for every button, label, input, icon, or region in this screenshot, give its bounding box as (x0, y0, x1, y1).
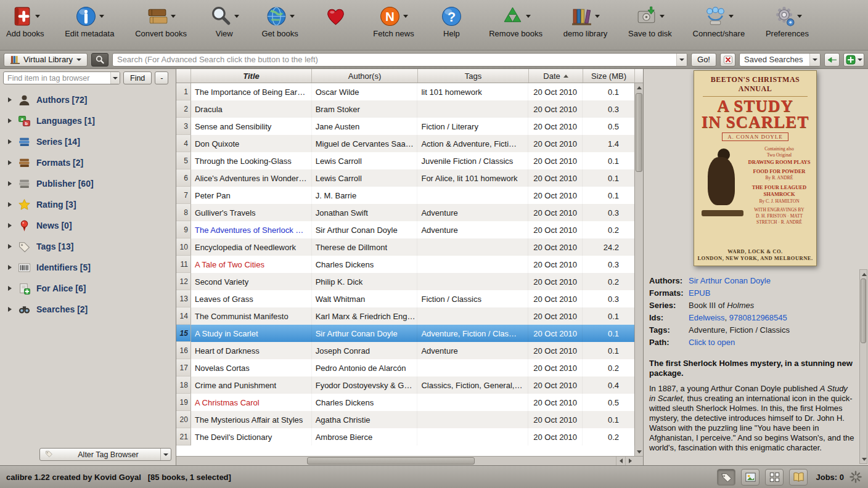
cell-authors[interactable]: Charles Dickens (312, 256, 418, 273)
sidebar-item-for-alice[interactable]: For Alice [6] (0, 278, 176, 299)
scrollbar-thumb[interactable] (636, 93, 642, 172)
header-tags[interactable]: Tags (418, 69, 529, 83)
cell-title[interactable]: A Study in Scarlet (191, 325, 312, 342)
expander-icon[interactable] (8, 223, 12, 228)
dropdown-arrow-icon[interactable] (403, 15, 408, 18)
cell-tags[interactable] (417, 256, 528, 273)
cell-tags[interactable]: Adventure, Fiction / Clas… (417, 325, 528, 342)
cell-tags[interactable] (417, 273, 528, 290)
cell-authors[interactable]: J. M. Barrie (312, 187, 418, 204)
dropdown-arrow-icon[interactable] (290, 15, 295, 18)
cell-tags[interactable]: Action & Adventure, Ficti… (417, 135, 528, 152)
cell-tags[interactable]: Adventure (417, 342, 528, 359)
table-row[interactable]: 14 The Communist Manifesto Karl Marx & F… (176, 307, 634, 325)
dropdown-arrow-icon[interactable] (797, 15, 802, 18)
toggle-book-details-button[interactable] (789, 469, 808, 486)
cell-date[interactable]: 20 Oct 2010 (528, 238, 583, 256)
expander-icon[interactable] (8, 97, 12, 102)
cell-authors[interactable]: Lewis Carroll (312, 152, 418, 169)
view-button[interactable]: View (208, 3, 241, 38)
cell-authors[interactable]: Ambrose Bierce (312, 428, 418, 445)
search-input[interactable] (113, 55, 676, 64)
sidebar-item-news[interactable]: News [0] (0, 215, 176, 236)
scroll-right-arrow-icon[interactable] (625, 457, 634, 465)
header-authors[interactable]: Author(s) (312, 69, 418, 83)
details-link[interactable]: Click to open (689, 338, 735, 347)
cell-title[interactable]: Sense and Sensibility (191, 118, 312, 135)
header-size[interactable]: Size (MB) (583, 69, 635, 83)
cell-date[interactable]: 20 Oct 2010 (528, 83, 583, 100)
cell-date[interactable]: 20 Oct 2010 (528, 411, 583, 428)
cell-date[interactable]: 20 Oct 2010 (528, 187, 583, 204)
jobs-label[interactable]: Jobs: 0 (816, 473, 844, 482)
cell-size[interactable]: 0.1 (583, 307, 634, 325)
cell-title[interactable]: Peter Pan (191, 187, 312, 204)
cell-size[interactable]: 0.1 (583, 169, 634, 187)
cell-size[interactable]: 0.2 (583, 273, 634, 290)
sidebar-item-publisher[interactable]: Publisher [60] (0, 173, 176, 194)
cell-size[interactable]: 0.1 (583, 411, 634, 428)
table-row[interactable]: 7 Peter Pan J. M. Barrie 20 Oct 2010 0.1 (176, 187, 634, 204)
jobs-spinner-icon[interactable] (850, 471, 862, 483)
scrollbar-thumb[interactable] (861, 279, 866, 343)
cell-title[interactable]: Don Quixote (191, 135, 312, 152)
cell-date[interactable]: 20 Oct 2010 (528, 100, 583, 118)
cell-tags[interactable] (417, 100, 528, 118)
cell-title[interactable]: The Adventures of Sherlock … (191, 221, 312, 238)
cell-authors[interactable]: Joseph Conrad (312, 342, 418, 359)
cell-tags[interactable] (417, 428, 528, 445)
book-list-horizontal-scrollbar[interactable] (176, 456, 643, 465)
cell-title[interactable]: Through the Looking-Glass (191, 152, 312, 169)
cell-date[interactable]: 20 Oct 2010 (528, 169, 583, 187)
sidebar-item-tags[interactable]: Tags [13] (0, 236, 176, 257)
cell-size[interactable]: 0.2 (583, 221, 634, 238)
cell-tags[interactable] (417, 359, 528, 376)
sidebar-item-identifiers[interactable]: Identifiers [5] (0, 257, 176, 278)
cell-size[interactable]: 1.4 (583, 135, 634, 152)
connect-share-button[interactable]: Connect/share (693, 3, 745, 38)
sidebar-item-series[interactable]: Series [14] (0, 131, 176, 152)
book-list-vertical-scrollbar[interactable] (634, 83, 643, 456)
cell-date[interactable]: 20 Oct 2010 (528, 273, 583, 290)
scroll-up-arrow-icon[interactable] (635, 83, 644, 92)
cell-authors[interactable]: Sir Arthur Conan Doyle (312, 221, 418, 238)
table-row[interactable]: 8 Gulliver's Travels Jonathan Swift Adve… (176, 204, 634, 221)
expander-icon[interactable] (8, 181, 12, 186)
copy-search-button[interactable] (824, 53, 840, 67)
dropdown-arrow-icon[interactable] (35, 15, 40, 18)
sidebar-item-rating[interactable]: Rating [3] (0, 194, 176, 215)
cell-tags[interactable]: Adventure (417, 221, 528, 238)
cell-tags[interactable]: lit 101 homework (417, 83, 528, 100)
cell-authors[interactable]: Bram Stoker (312, 100, 418, 118)
cell-tags[interactable] (417, 187, 528, 204)
cell-date[interactable]: 20 Oct 2010 (528, 152, 583, 169)
scroll-left-arrow-icon[interactable] (616, 457, 625, 465)
cell-tags[interactable] (417, 307, 528, 325)
cell-title[interactable]: Dracula (191, 100, 312, 118)
cell-size[interactable]: 0.4 (583, 376, 634, 394)
details-scrollbar[interactable] (859, 269, 867, 464)
save-to-disk-button[interactable]: Save to disk (628, 3, 672, 38)
cell-title[interactable]: The Devil's Dictionary (191, 428, 312, 445)
table-row[interactable]: 4 Don Quixote Miguel de Cervantes Saa… A… (176, 135, 634, 152)
cell-title[interactable]: The Mysterious Affair at Styles (191, 411, 312, 428)
cell-tags[interactable]: Fiction / Literary (417, 118, 528, 135)
toggle-cover-grid-button[interactable] (765, 469, 784, 486)
cell-size[interactable]: 0.5 (583, 394, 634, 411)
table-row[interactable]: 16 Heart of Darkness Joseph Conrad Adven… (176, 342, 634, 359)
search-go-button[interactable]: Go! (691, 53, 716, 67)
add-books-button[interactable]: Add books (6, 3, 44, 38)
sidebar-item-authors[interactable]: Authors [72] (0, 89, 176, 110)
table-row[interactable]: 1 The Importance of Being Ear… Oscar Wil… (176, 83, 634, 100)
cell-size[interactable]: 0.3 (583, 204, 634, 221)
table-row[interactable]: 17 Novelas Cortas Pedro Antonio de Alarc… (176, 359, 634, 376)
cell-authors[interactable]: Oscar Wilde (312, 83, 418, 100)
dropdown-arrow-icon[interactable] (729, 15, 734, 18)
table-row[interactable]: 19 A Christmas Carol Charles Dickens 20 … (176, 394, 634, 411)
saved-searches-dropdown[interactable]: Saved Searches (739, 53, 821, 67)
cell-size[interactable]: 0.1 (583, 152, 634, 169)
cell-authors[interactable]: Sir Arthur Conan Doyle (312, 325, 418, 342)
cell-size[interactable]: 0.1 (583, 325, 634, 342)
cell-date[interactable]: 20 Oct 2010 (528, 307, 583, 325)
cell-authors[interactable]: Fyodor Dostoyevsky & G… (312, 376, 418, 394)
